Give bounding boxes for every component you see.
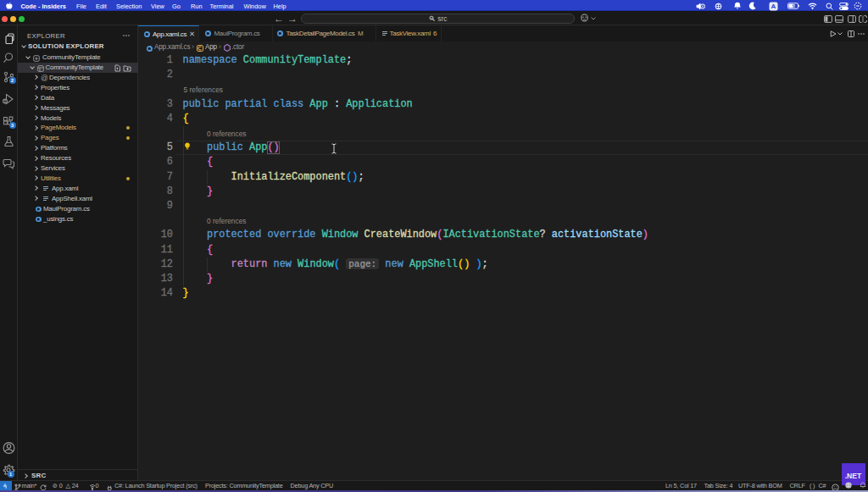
svg-text:A: A [771,3,776,10]
